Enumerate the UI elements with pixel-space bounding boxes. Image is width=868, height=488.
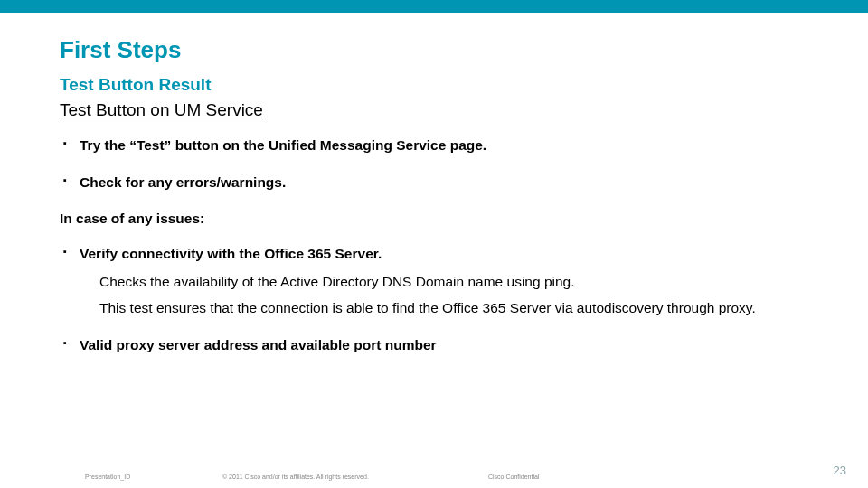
- slide-subheading: Test Button on UM Service: [60, 100, 808, 120]
- list-item-label: Verify connectivity with the Office 365 …: [80, 246, 382, 261]
- footer-confidential: Cisco Confidential: [488, 474, 539, 480]
- bullet-list-1: Try the “Test” button on the Unified Mes…: [60, 136, 808, 192]
- slide-subtitle: Test Button Result: [60, 75, 808, 95]
- footer-copyright: © 2011 Cisco and/or its affiliates. All …: [222, 474, 369, 480]
- page-number: 23: [834, 464, 846, 477]
- list-item: Check for any errors/warnings.: [60, 174, 808, 192]
- list-item: Valid proxy server address and available…: [60, 336, 808, 355]
- footer-presentation-id: Presentation_ID: [85, 474, 130, 480]
- list-subtext: Checks the availability of the Active Di…: [99, 273, 808, 292]
- interjection-text: In case of any issues:: [60, 211, 808, 227]
- bullet-list-2: Verify connectivity with the Office 365 …: [60, 245, 808, 355]
- slide-title: First Steps: [60, 36, 808, 64]
- list-item: Try the “Test” button on the Unified Mes…: [60, 136, 808, 155]
- list-subtext: This test ensures that the connection is…: [99, 299, 808, 318]
- list-item: Verify connectivity with the Office 365 …: [60, 245, 808, 318]
- slide-body: First Steps Test Button Result Test Butt…: [0, 13, 868, 355]
- accent-bar: [0, 0, 868, 13]
